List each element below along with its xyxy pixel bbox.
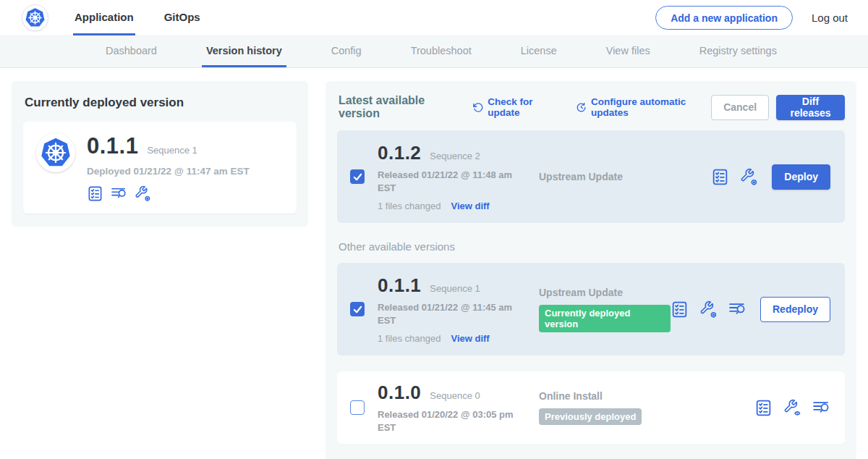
kubernetes-logo-icon [22, 4, 48, 31]
versions-panel-header: Latest available version Check for updat… [337, 94, 845, 120]
tab-troubleshoot[interactable]: Troubleshoot [407, 36, 476, 67]
main-content: Currently deployed version 0 [0, 68, 868, 459]
preflight-checklist-icon[interactable] [711, 168, 729, 186]
preflight-checklist-icon[interactable] [87, 185, 103, 202]
previously-deployed-badge: Previously deployed [539, 408, 642, 425]
cancel-button[interactable]: Cancel [711, 95, 769, 120]
tab-view-files[interactable]: View files [602, 36, 655, 67]
deployed-version-number: 0.1.1 [87, 133, 138, 159]
schedule-update-icon [576, 101, 587, 114]
sequence-label: Sequence 1 [430, 283, 480, 294]
view-config-icon[interactable] [783, 399, 801, 417]
app-logo [0, 0, 48, 35]
view-files-icon[interactable] [812, 399, 830, 417]
other-available-versions-label: Other available versions [339, 240, 845, 253]
latest-available-title: Latest available version [339, 94, 455, 120]
deployed-sequence-label: Sequence 1 [147, 145, 197, 156]
check-for-update-label: Check for update [488, 96, 558, 118]
version-source: Upstream Update [539, 171, 711, 182]
top-nav-actions: Add a new application Log out [655, 0, 868, 35]
view-files-icon[interactable] [728, 300, 746, 319]
version-source: Online Install Previously deployed [539, 390, 754, 425]
version-source: Upstream Update Currently deployed versi… [539, 287, 671, 332]
available-versions-panel: Latest available version Check for updat… [326, 81, 856, 459]
preflight-checklist-icon[interactable] [754, 399, 773, 417]
released-timestamp: Released 01/21/22 @ 11:45 am EST [378, 301, 522, 327]
tab-gitops[interactable]: GitOps [163, 0, 202, 35]
version-card-0-1-1: 0.1.1 Sequence 1 Released 01/21/22 @ 11:… [337, 263, 845, 355]
released-timestamp: Released 01/21/22 @ 11:48 am EST [378, 169, 522, 194]
kubernetes-app-icon [36, 133, 75, 172]
deploy-button[interactable]: Deploy [772, 164, 830, 190]
edit-config-icon[interactable] [740, 168, 758, 186]
edit-config-icon[interactable] [699, 300, 718, 319]
files-changed-label: 1 files changed [378, 201, 441, 211]
source-label: Online Install [539, 390, 754, 402]
refresh-icon [472, 101, 483, 114]
deployed-timestamp: Deployed 01/21/22 @ 11:47 am EST [87, 166, 250, 177]
version-checkbox[interactable] [350, 400, 365, 415]
add-application-button[interactable]: Add a new application [655, 6, 793, 30]
logout-link[interactable]: Log out [812, 12, 848, 24]
tab-license[interactable]: License [516, 36, 561, 67]
source-label: Upstream Update [539, 171, 711, 182]
preflight-checklist-icon[interactable] [671, 300, 689, 319]
currently-deployed-panel: Currently deployed version 0 [12, 81, 308, 227]
version-actions: Deploy [711, 164, 833, 190]
tab-dashboard[interactable]: Dashboard [101, 36, 161, 67]
view-diff-link[interactable]: View diff [451, 333, 489, 344]
top-nav-tabs: Application GitOps [73, 0, 229, 35]
version-actions [754, 399, 833, 417]
view-files-icon[interactable] [111, 185, 127, 202]
check-for-update-link[interactable]: Check for update [472, 96, 558, 118]
deployed-panel-title: Currently deployed version [25, 96, 297, 110]
app-sub-navigation: Dashboard Version history Config Trouble… [0, 36, 868, 68]
tab-registry-settings[interactable]: Registry settings [695, 36, 781, 67]
version-number: 0.1.0 [378, 382, 421, 404]
deployed-version-card: 0.1.1 Sequence 1 Deployed 01/21/22 @ 11:… [23, 122, 297, 214]
view-diff-link[interactable]: View diff [451, 201, 489, 211]
version-actions: Redeploy [671, 297, 833, 322]
version-card-0-1-2: 0.1.2 Sequence 2 Released 01/21/22 @ 11:… [337, 130, 845, 223]
released-timestamp: Released 01/20/22 @ 03:05 pm EST [378, 408, 522, 434]
source-label: Upstream Update [539, 287, 671, 298]
diff-releases-button[interactable]: Diff releases [776, 95, 845, 120]
tab-version-history[interactable]: Version history [202, 36, 286, 67]
deployed-version-info: 0.1.1 Sequence 1 Deployed 01/21/22 @ 11:… [87, 133, 250, 202]
version-info: 0.1.0 Sequence 0 Released 01/20/22 @ 03:… [378, 382, 526, 434]
sequence-label: Sequence 0 [430, 390, 480, 401]
tab-application[interactable]: Application [73, 0, 135, 35]
configure-automatic-updates-link[interactable]: Configure automatic updates [576, 96, 711, 118]
edit-config-icon[interactable] [135, 185, 151, 202]
version-checkbox[interactable] [350, 169, 365, 184]
currently-deployed-badge: Currently deployed version [539, 305, 671, 332]
version-number: 0.1.1 [378, 274, 421, 297]
version-card-0-1-0: 0.1.0 Sequence 0 Released 01/20/22 @ 03:… [337, 371, 845, 444]
version-number: 0.1.2 [378, 142, 421, 164]
version-checkbox[interactable] [350, 302, 365, 316]
version-info: 0.1.2 Sequence 2 Released 01/21/22 @ 11:… [378, 142, 526, 211]
files-changed-label: 1 files changed [378, 333, 441, 344]
top-navigation: Application GitOps Add a new application… [0, 0, 868, 36]
configure-automatic-updates-label: Configure automatic updates [591, 96, 711, 118]
sequence-label: Sequence 2 [430, 151, 480, 161]
tab-config[interactable]: Config [327, 36, 366, 67]
redeploy-button[interactable]: Redeploy [760, 297, 830, 322]
version-info: 0.1.1 Sequence 1 Released 01/21/22 @ 11:… [378, 274, 526, 344]
